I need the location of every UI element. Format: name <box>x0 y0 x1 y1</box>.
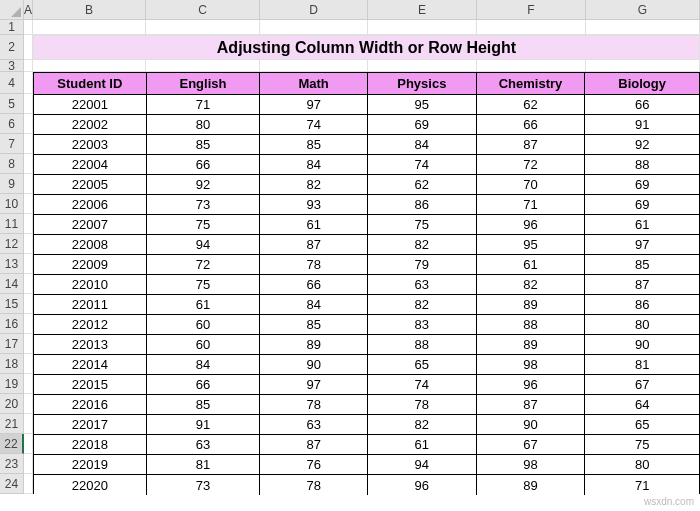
cell-blank[interactable] <box>24 334 33 354</box>
table-cell[interactable]: 97 <box>260 375 368 395</box>
row-header-3[interactable]: 3 <box>0 60 24 72</box>
table-cell[interactable]: 80 <box>585 455 699 475</box>
table-cell[interactable]: 89 <box>477 295 586 315</box>
row-header-12[interactable]: 12 <box>0 234 24 254</box>
table-cell[interactable]: 73 <box>147 195 261 215</box>
table-header-cell[interactable]: Math <box>260 73 368 95</box>
table-cell[interactable]: 76 <box>260 455 368 475</box>
cell-blank[interactable] <box>477 60 586 72</box>
column-header-A[interactable]: A <box>24 0 33 20</box>
cell-blank[interactable] <box>24 174 33 194</box>
table-cell[interactable]: 74 <box>368 155 477 175</box>
table-cell[interactable]: 88 <box>585 155 699 175</box>
row-header-22[interactable]: 22 <box>0 434 24 454</box>
table-cell[interactable]: 22011 <box>34 295 147 315</box>
cell-blank[interactable] <box>24 314 33 334</box>
table-cell[interactable]: 66 <box>147 155 261 175</box>
table-cell[interactable]: 83 <box>368 315 477 335</box>
table-cell[interactable]: 82 <box>368 295 477 315</box>
column-header-G[interactable]: G <box>586 0 700 20</box>
table-cell[interactable]: 87 <box>260 235 368 255</box>
row-header-5[interactable]: 5 <box>0 94 24 114</box>
table-cell[interactable]: 72 <box>477 155 586 175</box>
table-cell[interactable]: 91 <box>585 115 699 135</box>
table-cell[interactable]: 75 <box>147 275 261 295</box>
table-cell[interactable]: 22017 <box>34 415 147 435</box>
cell-blank[interactable] <box>24 454 33 474</box>
table-cell[interactable]: 62 <box>368 175 477 195</box>
table-cell[interactable]: 67 <box>477 435 586 455</box>
row-header-4[interactable]: 4 <box>0 72 24 94</box>
cell-blank[interactable] <box>24 154 33 174</box>
cell-blank[interactable] <box>24 474 33 494</box>
table-cell[interactable]: 22007 <box>34 215 147 235</box>
table-cell[interactable]: 61 <box>368 435 477 455</box>
table-cell[interactable]: 71 <box>477 195 586 215</box>
cell-blank[interactable] <box>24 354 33 374</box>
cell-blank[interactable] <box>24 414 33 434</box>
cell-blank[interactable] <box>24 60 33 72</box>
row-header-16[interactable]: 16 <box>0 314 24 334</box>
table-cell[interactable]: 79 <box>368 255 477 275</box>
table-cell[interactable]: 92 <box>585 135 699 155</box>
row-header-19[interactable]: 19 <box>0 374 24 394</box>
table-cell[interactable]: 88 <box>368 335 477 355</box>
table-cell[interactable]: 87 <box>585 275 699 295</box>
row-header-18[interactable]: 18 <box>0 354 24 374</box>
table-cell[interactable]: 81 <box>585 355 699 375</box>
table-cell[interactable]: 69 <box>585 195 699 215</box>
table-cell[interactable]: 75 <box>368 215 477 235</box>
table-cell[interactable]: 22003 <box>34 135 147 155</box>
table-cell[interactable]: 97 <box>260 95 368 115</box>
row-header-8[interactable]: 8 <box>0 154 24 174</box>
table-cell[interactable]: 22015 <box>34 375 147 395</box>
cell-blank[interactable] <box>368 20 477 35</box>
table-cell[interactable]: 95 <box>368 95 477 115</box>
table-cell[interactable]: 97 <box>585 235 699 255</box>
cell-blank[interactable] <box>146 20 260 35</box>
row-header-24[interactable]: 24 <box>0 474 24 494</box>
table-cell[interactable]: 66 <box>585 95 699 115</box>
table-cell[interactable]: 22020 <box>34 475 147 495</box>
cell-blank[interactable] <box>24 234 33 254</box>
table-cell[interactable]: 85 <box>585 255 699 275</box>
table-cell[interactable]: 61 <box>477 255 586 275</box>
table-cell[interactable]: 96 <box>368 475 477 495</box>
table-cell[interactable]: 88 <box>477 315 586 335</box>
table-cell[interactable]: 78 <box>260 255 368 275</box>
table-cell[interactable]: 85 <box>260 135 368 155</box>
table-cell[interactable]: 75 <box>147 215 261 235</box>
table-cell[interactable]: 65 <box>368 355 477 375</box>
table-cell[interactable]: 22006 <box>34 195 147 215</box>
row-header-10[interactable]: 10 <box>0 194 24 214</box>
table-cell[interactable]: 22014 <box>34 355 147 375</box>
table-cell[interactable]: 74 <box>368 375 477 395</box>
table-cell[interactable]: 71 <box>585 475 699 495</box>
table-cell[interactable]: 22018 <box>34 435 147 455</box>
table-cell[interactable]: 90 <box>260 355 368 375</box>
table-cell[interactable]: 74 <box>260 115 368 135</box>
table-cell[interactable]: 63 <box>260 415 368 435</box>
cell-blank[interactable] <box>260 20 368 35</box>
table-cell[interactable]: 78 <box>260 395 368 415</box>
table-cell[interactable]: 89 <box>260 335 368 355</box>
cell-blank[interactable] <box>24 20 33 35</box>
table-cell[interactable]: 67 <box>585 375 699 395</box>
table-cell[interactable]: 90 <box>477 415 586 435</box>
title-cell[interactable]: Adjusting Column Width or Row Height <box>33 35 700 60</box>
cell-blank[interactable] <box>24 294 33 314</box>
table-cell[interactable]: 94 <box>147 235 261 255</box>
table-cell[interactable]: 22002 <box>34 115 147 135</box>
table-cell[interactable]: 80 <box>585 315 699 335</box>
table-header-cell[interactable]: Student ID <box>34 73 147 95</box>
table-cell[interactable]: 78 <box>368 395 477 415</box>
table-cell[interactable]: 84 <box>147 355 261 375</box>
table-cell[interactable]: 22016 <box>34 395 147 415</box>
table-cell[interactable]: 95 <box>477 235 586 255</box>
table-cell[interactable]: 82 <box>477 275 586 295</box>
cell-blank[interactable] <box>24 374 33 394</box>
table-cell[interactable]: 98 <box>477 355 586 375</box>
table-cell[interactable]: 66 <box>260 275 368 295</box>
cell-blank[interactable] <box>24 194 33 214</box>
row-header-17[interactable]: 17 <box>0 334 24 354</box>
